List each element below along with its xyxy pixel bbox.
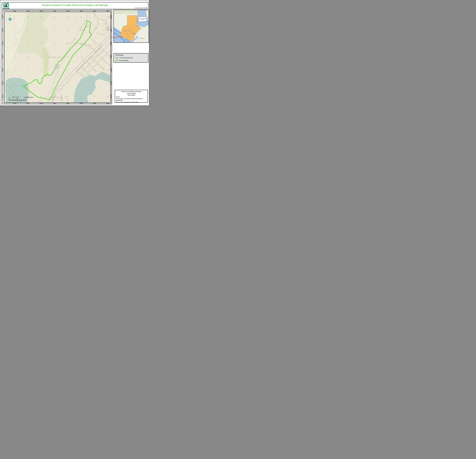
coordinate-tick <box>110 30 111 30</box>
coordinate-tick <box>110 17 111 17</box>
coordinate-tick <box>4 30 4 30</box>
scale-unit-label: Kilómetros <box>27 97 33 98</box>
fuente-label: Fuente: <box>116 96 147 98</box>
y-axis-label-left: 1582600 <box>2 15 3 19</box>
map-document-page: CONAP Reserva Natural Privada Reserva Ec… <box>0 0 149 106</box>
coordinate-tick <box>41 102 41 103</box>
legend-label-protected: Área protegida <box>119 59 128 61</box>
compass-s-label: S <box>10 23 10 24</box>
page-title: Reserva Natural Privada Reserva Ecológic… <box>13 4 137 7</box>
coordinate-tick <box>94 102 95 103</box>
projection-line: Proyección GTM <box>116 92 147 94</box>
departmental-boundary-swatch <box>115 57 118 58</box>
coordinate-tick <box>110 96 111 97</box>
coordinate-tick <box>110 70 111 70</box>
document-code: DAGeos-484-2026-BS <box>135 7 147 9</box>
coordinate-tick <box>41 11 41 12</box>
coordinate-tick <box>94 11 95 12</box>
territorial-dispute-note: Diferendo territorial no resuelto <box>138 17 147 21</box>
inset-depth-label: 721 <box>115 38 116 39</box>
crs-line: Sistema de coordenadas proyectadas <box>116 91 147 92</box>
church-label-line2: Evangéli <box>105 29 109 30</box>
coordinate-tick <box>68 11 68 12</box>
map-neatline: N S E O RETALHULEU Reserva Ecológica del… <box>4 12 111 103</box>
coordinate-tick <box>4 43 4 44</box>
conap-logo: CONAP <box>3 3 9 9</box>
y-axis-label-left: 1581600 <box>2 81 3 85</box>
inset-san-salvador-label: San Salvador <box>139 38 144 39</box>
church-label-line1: Igelsia <box>106 26 109 28</box>
inset-gulf-label1: Gu <box>147 17 149 18</box>
y-axis-label-left: 1581400 <box>2 94 3 99</box>
protected-area-swatch <box>115 59 118 61</box>
scale-tick-025: 0.25 <box>24 97 27 98</box>
compass-n-label: N <box>10 15 11 16</box>
main-map-canvas: N S E O RETALHULEU Reserva Ecológica del… <box>4 12 110 102</box>
scale-tick-006: 0.06 <box>12 97 15 98</box>
inset-gulf-label2: Hond <box>145 21 148 23</box>
inset-country-label: Guatemala <box>123 30 132 31</box>
header: CONAP Reserva Natural Privada Reserva Ec… <box>2 2 148 9</box>
coordinate-tick <box>68 102 68 103</box>
coordinate-tick <box>54 102 55 103</box>
y-axis-label-left: 1582000 <box>2 54 3 59</box>
source-line-3: Base de datos cartografía básica IGN 201… <box>116 101 147 103</box>
location-inset-map: Guatemala B Guatemala San Salvador Ho Gu… <box>113 10 149 43</box>
compass-o-label: O <box>6 18 7 20</box>
highway-label: CARRETERA RETALHUELU - CHAMPERICO <box>76 45 103 72</box>
coordinate-tick <box>4 17 4 17</box>
legend-label-departmental: Límite Departamental <box>119 57 133 58</box>
reserve-label-line1: Reserva <box>55 64 59 65</box>
source-line-2: CONAP 2026 <box>116 100 147 101</box>
coordinate-tick <box>28 11 28 12</box>
legend-item-protected: Área protegida <box>115 59 128 61</box>
coordinate-tick <box>81 11 81 12</box>
coordinate-tick <box>4 70 4 70</box>
coordinate-tick <box>110 43 111 44</box>
coordinate-tick <box>28 102 28 103</box>
map-frame: N S E O RETALHULEU Reserva Ecológica del… <box>2 10 112 104</box>
inset-honduras-partial-label: Ho <box>148 33 149 34</box>
datum-line: Datum WGS84 <box>116 94 147 96</box>
y-axis-label-left: 1581800 <box>2 67 3 72</box>
coordinate-tick <box>108 102 108 103</box>
compass-e-label: E <box>14 18 14 20</box>
coordinate-tick <box>4 96 4 97</box>
legend-title: Simbología <box>115 54 123 56</box>
reserve-label-line3: Mangle <box>55 67 59 69</box>
coordinate-tick <box>81 102 81 103</box>
scale-tick-013: 0.13 <box>16 97 19 98</box>
source-line-1: Base de datos de la Dirección Análisis G… <box>116 98 147 100</box>
coordinate-tick <box>110 57 111 57</box>
legend-item-departmental: Límite Departamental <box>115 57 133 58</box>
reserve-label-line2: Ecológica del <box>54 66 60 67</box>
scale-tick-0: 0 <box>9 97 10 98</box>
coordinate-tick <box>4 57 4 57</box>
inset-map-canvas: Guatemala B Guatemala San Salvador Ho Gu… <box>114 10 149 42</box>
coordinate-tick <box>54 11 55 12</box>
y-axis-label-left: 1582200 <box>2 41 3 46</box>
conap-wordmark: CONAP <box>3 8 9 9</box>
main-map: N S E O RETALHULEU Reserva Ecológica del… <box>4 12 110 102</box>
y-axis-label-left: 1582400 <box>2 28 3 32</box>
coordinate-tick <box>108 11 108 12</box>
inset-city-label: Guatemala <box>132 33 136 34</box>
credits-box: Sistema de coordenadas proyectadas Proye… <box>115 90 148 103</box>
legend: Simbología Límite Departamental Área pro… <box>113 53 148 63</box>
department-label: RETALHULEU <box>49 57 65 58</box>
